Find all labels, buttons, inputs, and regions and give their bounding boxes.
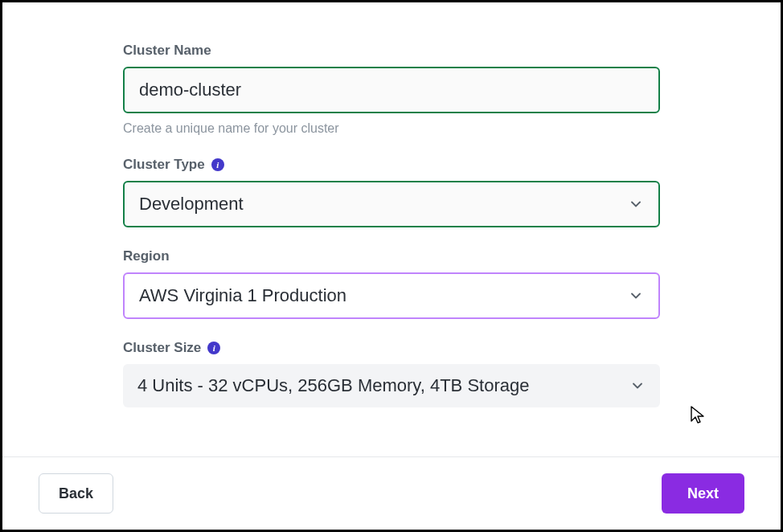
label-text: Cluster Size xyxy=(123,340,201,356)
footer-bar: Back Next xyxy=(2,457,781,530)
cluster-type-select-wrap: Development xyxy=(123,181,660,227)
cluster-size-select-wrap: 4 Units - 32 vCPUs, 256GB Memory, 4TB St… xyxy=(123,364,660,407)
cluster-size-selected: 4 Units - 32 vCPUs, 256GB Memory, 4TB St… xyxy=(137,375,529,396)
dialog-frame: Cluster Name Create a unique name for yo… xyxy=(0,0,783,532)
info-icon[interactable]: i xyxy=(207,342,220,354)
cluster-type-select[interactable]: Development xyxy=(123,181,660,227)
chevron-down-icon xyxy=(628,288,644,304)
cluster-name-group: Cluster Name Create a unique name for yo… xyxy=(123,43,660,136)
chevron-down-icon xyxy=(629,378,646,394)
region-selected: AWS Virginia 1 Production xyxy=(139,285,346,306)
cluster-size-label: Cluster Size i xyxy=(123,340,660,356)
back-button[interactable]: Back xyxy=(39,473,113,514)
cluster-type-group: Cluster Type i Development xyxy=(123,157,660,227)
region-group: Region AWS Virginia 1 Production xyxy=(123,248,660,319)
region-select[interactable]: AWS Virginia 1 Production xyxy=(123,272,660,319)
cluster-type-label: Cluster Type i xyxy=(123,157,660,173)
cluster-size-select[interactable]: 4 Units - 32 vCPUs, 256GB Memory, 4TB St… xyxy=(123,364,660,407)
label-text: Cluster Name xyxy=(123,43,211,59)
label-text: Region xyxy=(123,248,170,264)
region-label: Region xyxy=(123,248,660,264)
cluster-name-help: Create a unique name for your cluster xyxy=(123,121,660,136)
info-icon[interactable]: i xyxy=(211,158,224,171)
region-select-wrap: AWS Virginia 1 Production xyxy=(123,272,660,319)
cluster-name-input[interactable] xyxy=(123,67,660,113)
cluster-type-selected: Development xyxy=(139,194,244,215)
form-area: Cluster Name Create a unique name for yo… xyxy=(2,2,781,456)
next-button[interactable]: Next xyxy=(662,473,744,514)
label-text: Cluster Type xyxy=(123,157,205,173)
chevron-down-icon xyxy=(628,196,644,212)
cluster-name-label: Cluster Name xyxy=(123,43,660,59)
cluster-size-group: Cluster Size i 4 Units - 32 vCPUs, 256GB… xyxy=(123,340,660,407)
